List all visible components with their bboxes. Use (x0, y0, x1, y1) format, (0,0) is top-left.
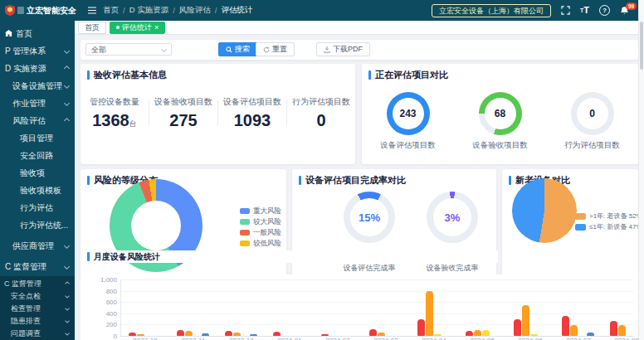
sidebar-item[interactable]: 安全回路 (0, 147, 75, 164)
breadcrumb-item[interactable]: D 实施资源 (129, 5, 169, 16)
app-logo[interactable]: 立宏智能安全 (0, 5, 80, 17)
card-risk-title: 风险的等级分布 (80, 169, 286, 189)
x-axis-tick-label: 2024-03 (368, 337, 404, 340)
tab-active[interactable]: 评估统计× (110, 22, 165, 34)
bar-segment (321, 334, 329, 336)
sidebar-item-label: P 管理体系 (5, 46, 46, 56)
sidebar-item[interactable]: 供应商管理 (0, 237, 75, 255)
progress-ring: 3% (427, 192, 478, 243)
sidebar-submenu-item[interactable]: C 监督管理 (0, 278, 75, 290)
filter-select[interactable]: 全部 (85, 43, 172, 56)
tab-close-icon[interactable]: × (154, 24, 159, 32)
bar-segment (202, 333, 209, 336)
sidebar-item-label: C 监督管理 (5, 262, 46, 271)
stat-item: 设备验收项目数275 (149, 96, 217, 129)
chevron-up-icon (64, 66, 70, 71)
breadcrumb-separator: / (173, 6, 175, 15)
sidebar-item[interactable]: 验收项模板 (0, 182, 75, 199)
tabbar: 首页评估统计× (75, 21, 644, 35)
legend-swatch (240, 208, 250, 214)
donut-hole (131, 201, 181, 250)
sidebar-item[interactable]: 首页 (0, 25, 75, 42)
sidebar-item[interactable]: 验收项 (0, 164, 75, 182)
sidebar-item-label: 行为评估 (20, 203, 53, 212)
gridline (120, 279, 633, 280)
chevron-down-icon (64, 243, 70, 249)
bar-segment (514, 319, 521, 336)
sidebar-item-label: 作业管理 (12, 99, 46, 108)
sidebar-submenu-label: C 监督管理 (4, 279, 41, 288)
notification-badge: 99 (626, 2, 637, 10)
logo-shield-icon (5, 5, 15, 16)
sidebar-submenu-item[interactable]: 检查管理 (0, 303, 75, 315)
bar-segment (434, 334, 442, 336)
legend-label: ≤1年: 新设备 47% (589, 222, 642, 231)
filter-bar: 全部 搜索 重置 下载PDF (80, 40, 638, 60)
breadcrumb-item[interactable]: 风险评估 (179, 5, 211, 16)
sidebar: 首页P 管理体系D 实施资源设备设施管理作业管理风险评估项目管理安全回路验收项验… (0, 21, 75, 340)
download-pdf-button[interactable]: 下载PDF (316, 42, 370, 56)
app-root: 立宏智能安全 首页/D 实施资源/风险评估/评估统计 立宏安全设备（上海）有限公… (0, 0, 644, 340)
sidebar-item[interactable]: D 实施资源 (0, 60, 75, 77)
breadcrumb-item[interactable]: 首页 (103, 5, 119, 16)
bar-segment (177, 330, 184, 336)
card-monthly-risk-title-strip: 月度设备风险统计 (80, 250, 498, 263)
legend-row: ≤1年: 新设备 47% (575, 221, 642, 232)
reset-button[interactable]: 重置 (256, 42, 295, 56)
progress-ring: 15% (344, 192, 395, 243)
sidebar-submenu-item[interactable]: 安全点检 (0, 290, 75, 303)
bar-segment (233, 333, 241, 336)
count-ring: 243 (387, 92, 430, 135)
sidebar-submenu-item[interactable]: 隐患排查 (0, 315, 75, 328)
basic-info-stats: 管控设备数量1368台设备验收项目数275设备评估项目数1093行为评估项目数0 (80, 96, 355, 129)
card-title-text: 设备评估项目完成率对比 (305, 174, 406, 187)
legend-row: 较大风险 (240, 216, 281, 227)
bar-segment (610, 321, 617, 336)
sidebar-item[interactable]: C 监督管理 (0, 258, 75, 275)
sidebar-item[interactable]: 行为评估统... (0, 216, 75, 234)
chevron-down-icon (65, 294, 70, 299)
breadcrumb-separator: / (123, 6, 125, 15)
sidebar-item[interactable]: 作业管理 (0, 95, 75, 112)
count-ring: 68 (479, 92, 522, 135)
sidebar-submenu-item[interactable]: 问题调查 (0, 328, 75, 340)
legend-row: >1年: 老设备 52% (575, 211, 642, 221)
progress-ring-value: 15% (350, 198, 388, 236)
legend-label: 一般风险 (253, 228, 281, 238)
scrollbar-thumb[interactable] (640, 22, 643, 70)
help-icon[interactable]: ? (599, 5, 610, 16)
bar-segment (137, 334, 144, 336)
progress-ring-label: 设备验收完成率 (402, 263, 502, 274)
breadcrumb-item[interactable]: 评估统计 (221, 5, 252, 16)
count-ring-value: 243 (393, 98, 424, 129)
company-button[interactable]: 立宏安全设备（上海）有限公司 (432, 4, 551, 17)
search-button[interactable]: 搜索 (218, 42, 257, 56)
monthly-risk-bar-chart: 02004006008001,0002023-102023-112023-122… (80, 274, 638, 340)
stat-item: 管控设备数量1368台 (80, 96, 149, 129)
count-ring-item: 68设备验收项目数 (455, 92, 546, 151)
tab-active-dot-icon (116, 26, 120, 29)
sidebar-item[interactable]: 设备设施管理 (0, 77, 75, 95)
font-size-icon[interactable]: TT (580, 6, 589, 15)
main-content: 首页评估统计× 全部 搜索 重置 下载PDF 验收评估基本信 (75, 21, 644, 340)
tab-inactive[interactable]: 首页 (78, 22, 106, 34)
breadcrumb: 首页/D 实施资源/风险评估/评估统计 (103, 5, 252, 16)
sidebar-item[interactable]: 行为评估 (0, 199, 75, 216)
fullscreen-icon[interactable] (561, 6, 570, 15)
sidebar-menu: 首页P 管理体系D 实施资源设备设施管理作业管理风险评估项目管理安全回路验收项验… (0, 25, 75, 275)
breadcrumb-separator: / (215, 6, 217, 15)
chevron-up-icon (64, 118, 70, 124)
sidebar-submenu-label: 检查管理 (11, 304, 41, 313)
sidebar-item[interactable]: 风险评估 (0, 112, 75, 129)
notification-bell-icon[interactable]: 99 (620, 6, 629, 16)
title-marker (299, 176, 301, 185)
device-age-pie-chart (512, 178, 577, 243)
sidebar-item-label: 验收项 (20, 168, 45, 177)
sidebar-item[interactable]: 项目管理 (0, 129, 75, 147)
collapse-menu-icon[interactable] (88, 7, 96, 14)
bar-segment (530, 334, 538, 336)
title-marker (87, 176, 90, 185)
page-scrollbar[interactable] (638, 0, 644, 340)
progress-ring-value: 3% (433, 198, 471, 236)
sidebar-item[interactable]: P 管理体系 (0, 42, 75, 60)
